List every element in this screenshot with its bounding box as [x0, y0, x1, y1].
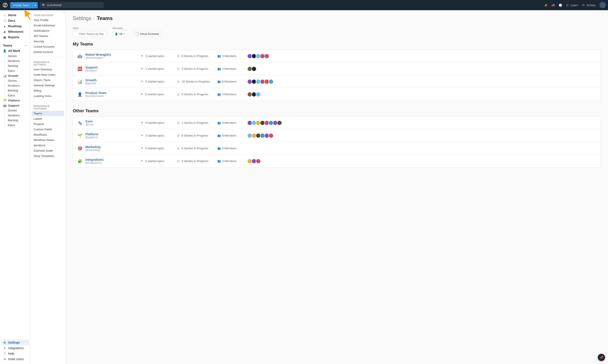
team-name-link[interactable]: Core — [85, 119, 141, 123]
team-name-link[interactable]: Platform — [85, 132, 141, 136]
filter-teams-input[interactable] — [73, 31, 106, 37]
settings-item-workflows[interactable]: Workflows — [31, 132, 65, 137]
subnav-epics[interactable]: Epics — [5, 123, 30, 128]
stories-col: ▤19 Stories in Progress — [177, 80, 217, 83]
team-row[interactable]: 👤 Product Team @product-team ⚑0 started … — [73, 88, 601, 101]
create-team-button[interactable]: Create Team — [10, 2, 33, 8]
settings-item-user-directory[interactable]: User Directory — [31, 67, 65, 72]
subnav-backlog[interactable]: Backlog — [5, 63, 30, 68]
team-row[interactable]: 🎯 Marketing @marketing ⚑0 started epics … — [73, 142, 601, 155]
subnav-stories[interactable]: Stories — [5, 108, 30, 113]
team-handle: @botwranglers — [85, 56, 141, 59]
subnav-iterations[interactable]: Iterations — [5, 83, 30, 88]
subnav-backlog[interactable]: Backlog — [5, 118, 30, 123]
team-name-link[interactable]: Integrations — [85, 158, 141, 161]
team-name-link[interactable]: Robot Wranglers — [85, 53, 141, 56]
main-content: Settings › Teams Filter 🔍 Members 👤 Al — [66, 10, 608, 364]
settings-group-heading: WORKSPACE FEATURES — [31, 103, 65, 111]
clock-icon[interactable]: 🕐 — [559, 3, 562, 7]
team-name-link[interactable]: Growth — [85, 78, 141, 82]
member-avatar[interactable] — [268, 79, 274, 84]
team-row[interactable]: 🌱 Platform @platform ⚑3 started epics ▤8… — [73, 129, 601, 142]
bottom-help[interactable]: ?Help — [0, 351, 30, 356]
nav-reports[interactable]: ▦Reports — [0, 34, 30, 40]
subnav-iterations[interactable]: Iterations — [5, 58, 30, 63]
subnav-epics[interactable]: Epics — [5, 68, 30, 73]
search-input[interactable] — [47, 3, 102, 7]
team-name-link[interactable]: Marketing — [85, 145, 141, 149]
team-name-link[interactable]: Product Team — [85, 91, 141, 95]
settings-item-invite-new-users[interactable]: Invite New Users — [31, 72, 65, 78]
settings-item-your-profile[interactable]: Your Profile — [31, 17, 65, 23]
megaphone-icon[interactable]: 📣 — [552, 3, 555, 7]
member-avatar[interactable] — [268, 133, 274, 138]
subnav-iterations[interactable]: Iterations — [5, 113, 30, 118]
stories-text: 3 Stories in Progress — [182, 67, 208, 70]
settings-item-import-sync[interactable]: Import / Sync — [31, 78, 65, 83]
search-input-wrap[interactable]: 🔍 — [40, 2, 104, 8]
help-fab-button[interactable]: 📌 — [598, 354, 605, 361]
member-avatar[interactable] — [251, 66, 257, 71]
show-archived-checkbox[interactable] — [136, 33, 138, 35]
team-name-link[interactable]: Support — [85, 65, 141, 69]
settings-item-delete-account[interactable]: Delete Account — [31, 49, 65, 55]
settings-item-email-addresses[interactable]: Email Addresses — [31, 23, 65, 28]
settings-item-notifications[interactable]: Notifications — [31, 28, 65, 33]
members-icon: 👥 — [217, 121, 220, 124]
bottom-integrations[interactable]: ✦Integrations — [0, 345, 30, 351]
team-label: Platform — [8, 99, 20, 102]
app-logo-icon[interactable] — [2, 2, 8, 8]
nav-milestones[interactable]: ◈Milestones — [0, 29, 30, 34]
settings-item-general-settings[interactable]: General Settings — [31, 83, 65, 88]
learn-link[interactable]: 🎓Learn — [566, 3, 578, 7]
members-filter-dropdown[interactable]: 👤 All ▾ — [112, 31, 127, 37]
settings-item-api-tokens[interactable]: API Tokens — [31, 33, 65, 39]
milestones-icon: ◈ — [3, 30, 6, 33]
nav-label: Docs — [8, 19, 15, 22]
avatar-stack — [247, 66, 257, 71]
bottom-settings[interactable]: ⚙Settings — [1, 340, 29, 345]
settings-item-projects[interactable]: Projects — [31, 121, 65, 127]
create-team-dropdown[interactable]: ▾ — [33, 2, 38, 8]
teams-menu-icon[interactable]: ⋯ — [25, 44, 28, 47]
settings-item-estimate-scale[interactable]: Estimate Scale — [31, 148, 65, 153]
settings-item-story-templates[interactable]: Story Templates — [31, 153, 65, 159]
nav-home[interactable]: ⌂Home — [0, 12, 30, 18]
settings-item-loading-icons[interactable]: Loading Icons — [31, 93, 65, 99]
settings-item-security[interactable]: Security — [31, 39, 65, 44]
team-node-platform[interactable]: 🌱Platform — [0, 98, 30, 103]
settings-item-workflow-states[interactable]: Workflow States — [31, 137, 65, 143]
team-row[interactable]: 🤖 Robot Wranglers @botwranglers ⚑3 start… — [73, 50, 601, 63]
collapse-sidebar-icon[interactable]: ‹ — [62, 10, 66, 13]
subnav-stories[interactable]: Stories — [5, 53, 30, 58]
nav-roadmap[interactable]: ▲Roadmap — [0, 23, 30, 29]
bolt-icon[interactable]: ⚡ — [544, 3, 548, 7]
team-row[interactable]: 🔩 Core @core ⚑0 started epics ▤1 Stories… — [73, 117, 601, 129]
subnav-stories[interactable]: Stories — [5, 78, 30, 83]
breadcrumb-root[interactable]: Settings — [73, 15, 91, 21]
all-work-item[interactable]: 👤 All Work — [0, 48, 30, 53]
subnav-epics[interactable]: Epics — [5, 93, 30, 98]
settings-item-teams[interactable]: Teams — [32, 111, 64, 116]
bottom-label: Settings — [8, 341, 20, 344]
member-avatar[interactable] — [256, 159, 261, 164]
user-avatar[interactable] — [599, 2, 606, 8]
member-avatar[interactable] — [256, 92, 261, 97]
settings-item-custom-fields[interactable]: Custom Fields — [31, 127, 65, 132]
settings-item-iterations[interactable]: Iterations — [31, 143, 65, 148]
team-row[interactable]: 🆘 Support @support ⚑1 started epics ▤3 S… — [73, 63, 601, 75]
team-node-support[interactable]: 🤖Support — [0, 103, 30, 108]
member-avatar[interactable] — [277, 120, 282, 125]
show-archived-toggle[interactable]: Show Archived — [134, 31, 161, 37]
member-avatar[interactable] — [264, 53, 269, 59]
settings-item-billing[interactable]: Billing — [31, 88, 65, 93]
settings-item-linked-accounts[interactable]: Linked Accounts — [31, 44, 65, 49]
team-node-growth[interactable]: 📊Growth — [0, 73, 30, 78]
settings-item-labels[interactable]: Labels — [31, 116, 65, 121]
nav-docs[interactable]: 📄Docs — [0, 18, 30, 23]
activity-link[interactable]: ↻Activity — [582, 3, 596, 7]
team-row[interactable]: 🧩 Integrations @integrations ⚑2 started … — [73, 155, 601, 167]
bottom-invite-users[interactable]: ✉Invite Users — [0, 356, 30, 362]
team-row[interactable]: 📊 Growth @growth ⚑5 started epics ▤19 St… — [73, 75, 601, 88]
subnav-backlog[interactable]: Backlog — [5, 88, 30, 93]
